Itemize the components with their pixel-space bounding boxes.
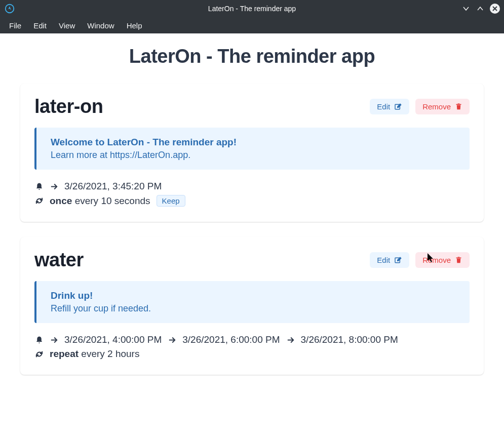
menu-view[interactable]: View bbox=[53, 19, 81, 32]
card-header: later-on Edit Remove bbox=[34, 96, 470, 117]
titlebar: LaterOn - The reminder app bbox=[0, 0, 504, 17]
message-body: Learn more at https://LaterOn.app. bbox=[51, 150, 455, 161]
edit-label: Edit bbox=[377, 256, 390, 264]
maximize-icon[interactable] bbox=[476, 4, 485, 13]
freq-mode: once bbox=[50, 195, 72, 206]
edit-label: Edit bbox=[377, 102, 390, 111]
window-title: LaterOn - The reminder app bbox=[208, 5, 296, 13]
reminder-name: water bbox=[34, 249, 84, 271]
remove-label: Remove bbox=[422, 256, 451, 264]
bell-icon bbox=[34, 336, 44, 344]
close-icon[interactable] bbox=[490, 4, 500, 14]
remove-button[interactable]: Remove bbox=[415, 252, 470, 268]
card-actions: Edit Remove bbox=[370, 99, 470, 114]
keep-badge[interactable]: Keep bbox=[157, 195, 185, 207]
freq-mode: repeat bbox=[50, 348, 79, 359]
schedule: 3/26/2021, 3:45:20 PM once every 10 sec bbox=[34, 181, 470, 207]
arrow-right-icon bbox=[168, 336, 176, 344]
window-controls bbox=[461, 4, 500, 14]
edit-icon bbox=[394, 103, 402, 111]
schedule-time: 3/26/2021, 3:45:20 PM bbox=[64, 181, 162, 192]
card-header: water Edit Remove bbox=[34, 249, 470, 271]
reminder-message: Drink up! Refill your cup if needed. bbox=[34, 281, 470, 323]
schedule-time: 3/26/2021, 8:00:00 PM bbox=[301, 334, 398, 345]
trash-icon bbox=[455, 256, 462, 264]
minimize-icon[interactable] bbox=[461, 4, 471, 13]
edit-button[interactable]: Edit bbox=[370, 252, 409, 268]
app-icon bbox=[4, 3, 15, 14]
bell-icon bbox=[34, 182, 44, 191]
main-content: LaterOn - The reminder app later-on Edit bbox=[0, 33, 504, 410]
schedule: 3/26/2021, 4:00:00 PM 3/26/2021, 6:00:00… bbox=[34, 334, 470, 360]
remove-label: Remove bbox=[422, 102, 451, 111]
svg-rect-2 bbox=[456, 104, 461, 105]
content-scroll[interactable]: LaterOn - The reminder app later-on Edit bbox=[0, 33, 504, 436]
schedule-frequency: once every 10 seconds Keep bbox=[34, 195, 470, 207]
arrow-right-icon bbox=[50, 336, 58, 344]
refresh-icon bbox=[34, 350, 44, 359]
schedule-times: 3/26/2021, 4:00:00 PM 3/26/2021, 6:00:00… bbox=[34, 334, 470, 345]
schedule-frequency: repeat every 2 hours bbox=[34, 348, 470, 360]
page-title: LaterOn - The reminder app bbox=[20, 46, 484, 67]
schedule-time: 3/26/2021, 6:00:00 PM bbox=[182, 334, 280, 345]
reminder-card: later-on Edit Remove bbox=[20, 84, 484, 222]
message-body: Refill your cup if needed. bbox=[51, 303, 455, 314]
menu-help[interactable]: Help bbox=[121, 19, 148, 32]
refresh-icon bbox=[34, 196, 44, 205]
menu-window[interactable]: Window bbox=[81, 19, 120, 32]
freq-detail: every 2 hours bbox=[81, 348, 139, 359]
edit-icon bbox=[394, 256, 402, 264]
reminder-card: water Edit Remove bbox=[20, 237, 484, 375]
menu-file[interactable]: File bbox=[3, 19, 27, 32]
trash-icon bbox=[455, 103, 462, 110]
message-title: Drink up! bbox=[51, 290, 455, 301]
svg-rect-6 bbox=[458, 257, 460, 257]
svg-rect-3 bbox=[458, 103, 460, 104]
schedule-time: 3/26/2021, 4:00:00 PM bbox=[64, 334, 162, 345]
freq-detail: every 10 seconds bbox=[75, 195, 150, 206]
remove-button[interactable]: Remove bbox=[415, 99, 470, 114]
edit-button[interactable]: Edit bbox=[370, 99, 409, 114]
reminder-message: Welcome to LaterOn - The reminder app! L… bbox=[34, 128, 470, 170]
arrow-right-icon bbox=[50, 182, 58, 191]
svg-rect-5 bbox=[456, 258, 461, 259]
schedule-times: 3/26/2021, 3:45:20 PM bbox=[34, 181, 470, 192]
card-actions: Edit Remove bbox=[370, 252, 470, 268]
menu-edit[interactable]: Edit bbox=[27, 19, 53, 32]
reminder-name: later-on bbox=[34, 96, 103, 117]
menubar: File Edit View Window Help bbox=[0, 17, 504, 33]
arrow-right-icon bbox=[286, 336, 295, 344]
message-title: Welcome to LaterOn - The reminder app! bbox=[51, 137, 455, 148]
